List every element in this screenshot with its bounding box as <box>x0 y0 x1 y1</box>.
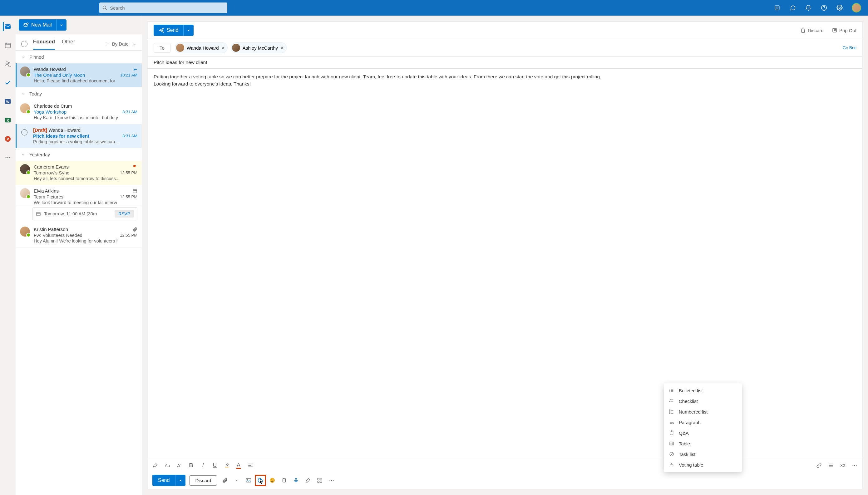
select-circle[interactable] <box>21 129 28 135</box>
send-dropdown-bottom[interactable] <box>175 475 185 486</box>
checklist-icon <box>669 398 675 404</box>
font-color-icon[interactable]: A <box>235 462 242 469</box>
discard-button[interactable]: Discard <box>800 28 824 33</box>
mail-from: Wanda Howard <box>34 67 66 72</box>
mail-time: 8:31 AM <box>122 109 137 114</box>
signature-icon[interactable] <box>304 476 312 484</box>
rail-excel[interactable]: X <box>3 116 12 125</box>
pin-icon[interactable] <box>132 67 137 72</box>
highlight-icon[interactable] <box>223 462 231 469</box>
svg-point-23 <box>9 157 10 158</box>
to-button[interactable]: To <box>154 43 170 53</box>
mail-item[interactable]: Elvia Atikins Team Pictures12:55 PM We l… <box>16 185 142 205</box>
apps-icon[interactable] <box>316 476 324 484</box>
user-avatar[interactable] <box>852 3 861 13</box>
section-yesterday[interactable]: Yesterday <box>16 148 142 161</box>
recipient-chip[interactable]: Ashley McCarthy ✕ <box>231 42 287 53</box>
menu-checklist[interactable]: Checklist <box>664 396 742 406</box>
italic-icon[interactable]: I <box>199 462 207 469</box>
sender-avatar <box>20 226 30 237</box>
emoji-icon[interactable] <box>268 476 276 484</box>
menu-task-list[interactable]: Task list <box>664 449 742 459</box>
mail-item[interactable]: Charlotte de Crum Yoga Workshop8:31 AM H… <box>16 100 142 124</box>
picture-icon[interactable] <box>244 476 253 484</box>
loop-component-icon[interactable] <box>256 476 265 484</box>
mail-item[interactable]: Wanda Howard The One and Only Moon10:21 … <box>16 63 142 87</box>
align-icon[interactable] <box>246 462 254 469</box>
remove-recipient-icon[interactable]: ✕ <box>280 46 284 50</box>
recipient-avatar <box>232 44 240 52</box>
menu-voting-table[interactable]: Voting table <box>664 459 742 470</box>
help-icon[interactable] <box>820 4 828 11</box>
draft-label: [Draft] <box>33 127 47 133</box>
svg-point-14 <box>8 63 10 64</box>
section-today[interactable]: Today <box>16 87 142 100</box>
new-mail-dropdown[interactable] <box>56 19 67 31</box>
rail-more[interactable] <box>3 153 12 162</box>
subject-input[interactable] <box>154 59 856 65</box>
tab-focused[interactable]: Focused <box>33 38 55 50</box>
attach-dropdown-icon[interactable] <box>233 476 241 484</box>
mail-item[interactable]: Kristin Patterson Fw: Volunteers Needed1… <box>16 223 142 248</box>
bold-icon[interactable]: B <box>187 462 195 469</box>
meeting-time: Tomorrow, 11:00 AM (30m <box>44 211 97 216</box>
svg-rect-8 <box>5 24 11 29</box>
mail-item[interactable]: Camerom Evans Tomorrow's Sync12:55 PM He… <box>16 161 142 185</box>
font-icon[interactable]: Aa <box>164 462 171 469</box>
rail-people[interactable] <box>3 59 12 69</box>
flag-icon[interactable] <box>132 165 137 169</box>
popout-button[interactable]: Pop Out <box>832 28 856 33</box>
mail-item-draft[interactable]: [Draft] Wanda Howard Pitch ideas for new… <box>16 124 142 148</box>
remove-recipient-icon[interactable]: ✕ <box>221 46 225 50</box>
new-mail-button[interactable]: New Mail <box>19 19 56 31</box>
cc-bcc-toggle[interactable]: Cc Bcc <box>843 45 856 50</box>
svg-point-21 <box>6 157 6 158</box>
menu-qa[interactable]: Q&A <box>664 428 742 438</box>
format-painter-icon[interactable] <box>152 462 159 469</box>
attach-icon[interactable] <box>221 476 229 484</box>
menu-bulleted-list[interactable]: Bulleted list <box>664 385 742 396</box>
send-dropdown[interactable] <box>183 25 193 36</box>
select-all-toggle[interactable] <box>21 41 28 47</box>
app-header <box>0 0 868 16</box>
search-box[interactable] <box>99 2 227 13</box>
rail-calendar[interactable] <box>3 40 12 50</box>
section-pinned[interactable]: Pinned <box>16 51 142 63</box>
link-icon[interactable] <box>815 462 823 469</box>
chat-icon[interactable] <box>789 4 796 11</box>
menu-numbered-list[interactable]: 123Numbered list <box>664 406 742 417</box>
mail-subject: Fw: Volunteers Needed <box>34 233 82 238</box>
sort-dropdown[interactable]: By Date <box>105 41 136 47</box>
compose-body[interactable]: Putting together a voting table so we ca… <box>148 69 862 459</box>
ribbon-icon[interactable] <box>774 4 781 11</box>
recipient-chip[interactable]: Wanda Howard ✕ <box>175 42 227 53</box>
search-input[interactable] <box>110 5 224 11</box>
send-button[interactable]: Send <box>154 25 183 36</box>
svg-point-22 <box>7 157 8 158</box>
rail-todo[interactable] <box>3 78 12 87</box>
rsvp-button[interactable]: RSVP <box>115 210 134 218</box>
indent-icon[interactable] <box>827 462 835 469</box>
font-size-icon[interactable]: A° <box>175 462 183 469</box>
gear-icon[interactable] <box>836 4 843 11</box>
menu-paragraph[interactable]: Paragraph <box>664 417 742 428</box>
send-button-bottom[interactable]: Send <box>152 475 175 486</box>
clipboard-icon[interactable] <box>280 476 288 484</box>
mail-preview: Hey Katri, I know this last minute, but … <box>34 115 137 120</box>
svg-rect-34 <box>36 212 40 216</box>
svg-point-91 <box>670 452 674 456</box>
tab-other[interactable]: Other <box>62 38 75 50</box>
superscript-icon[interactable]: x2 <box>839 462 847 469</box>
rail-word[interactable]: W <box>3 97 12 106</box>
rail-powerpoint[interactable]: P <box>3 134 12 143</box>
menu-table[interactable]: Table <box>664 438 742 449</box>
mail-subject: Team Pictures <box>34 194 63 200</box>
discard-button-bottom[interactable]: Discard <box>189 475 217 485</box>
more-format-icon[interactable] <box>851 462 858 469</box>
more-actions-icon[interactable] <box>327 476 336 484</box>
mail-time: 10:21 AM <box>120 73 137 78</box>
rail-mail[interactable] <box>3 22 12 31</box>
bell-icon[interactable] <box>805 4 812 11</box>
dictate-icon[interactable] <box>292 476 300 484</box>
underline-icon[interactable]: U <box>211 462 219 469</box>
